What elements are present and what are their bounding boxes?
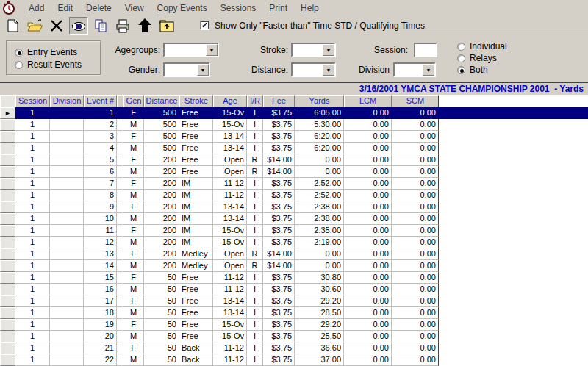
menu-print[interactable]: Print — [262, 1, 294, 15]
cell-stroke[interactable]: Free — [179, 119, 213, 131]
header-gen[interactable]: Gen — [123, 95, 144, 107]
cell-gen[interactable]: F — [123, 131, 144, 143]
cell-fee[interactable]: $3.75 — [263, 354, 295, 366]
cell-stroke[interactable]: Medley — [179, 248, 213, 260]
table-row[interactable]: ► 1 1 F 500 Free 15-Ov I $3.75 6:05.00 0… — [0, 107, 588, 119]
cell-yards[interactable]: 2:19.00 — [295, 237, 344, 248]
cell-gen[interactable]: M — [123, 166, 144, 178]
row-selector[interactable] — [0, 131, 15, 143]
cell-distance[interactable]: 50 — [144, 284, 179, 295]
cell-lcm[interactable]: 0.00 — [344, 131, 392, 143]
cell-stroke[interactable]: Free — [179, 107, 213, 119]
cell-ir[interactable]: R — [247, 154, 263, 166]
row-selector[interactable]: ► — [0, 107, 15, 119]
table-row[interactable]: 1 22 M 50 Back 11-12 I $3.75 37.00 0.00 … — [0, 354, 588, 366]
cell-session[interactable]: 1 — [15, 166, 50, 178]
header-session[interactable]: Session — [15, 95, 50, 107]
menu-sessions[interactable]: Sessions — [214, 1, 263, 15]
cell-event[interactable]: 14 — [84, 260, 117, 272]
cell-session[interactable]: 1 — [15, 225, 50, 237]
row-selector[interactable] — [0, 248, 15, 260]
table-row[interactable]: 1 6 M 200 Free Open R $14.00 0.00 0.00 0… — [0, 166, 588, 178]
cell-stroke[interactable]: Free — [179, 307, 213, 319]
cell-ir[interactable]: I — [247, 190, 263, 201]
cell-age[interactable]: 11-12 — [213, 190, 247, 201]
cell-distance[interactable]: 500 — [144, 107, 179, 119]
cell-gen[interactable]: F — [123, 107, 144, 119]
cell-lcm[interactable]: 0.00 — [344, 190, 392, 201]
cell-scm[interactable]: 0.00 — [392, 190, 439, 201]
row-selector[interactable] — [0, 260, 15, 272]
cell-scm[interactable]: 0.00 — [392, 166, 439, 178]
exit-folder-up-icon[interactable] — [157, 17, 176, 35]
table-row[interactable]: 1 8 M 200 IM 11-12 I $3.75 2:52.00 0.00 … — [0, 190, 588, 201]
cell-division[interactable] — [50, 295, 84, 307]
cell-yards[interactable]: 29.20 — [295, 319, 344, 331]
cell-event[interactable]: 1 — [84, 107, 117, 119]
row-selector[interactable] — [0, 166, 15, 178]
cell-gen[interactable]: F — [123, 201, 144, 213]
cell-session[interactable]: 1 — [15, 260, 50, 272]
cell-scm[interactable]: 0.00 — [392, 342, 439, 354]
cell-yards[interactable]: 30.60 — [295, 284, 344, 295]
cell-session[interactable]: 1 — [15, 143, 50, 154]
cell-event[interactable]: 15 — [84, 272, 117, 284]
header-stroke[interactable]: Stroke — [179, 95, 213, 107]
cell-lcm[interactable]: 0.00 — [344, 319, 392, 331]
cell-distance[interactable]: 500 — [144, 131, 179, 143]
cell-fee[interactable]: $3.75 — [263, 107, 295, 119]
cell-gen[interactable]: M — [123, 143, 144, 154]
cell-fee[interactable]: $14.00 — [263, 260, 295, 272]
table-row[interactable]: 1 16 M 50 Free 11-12 I $3.75 30.60 0.00 … — [0, 284, 588, 295]
cell-scm[interactable]: 0.00 — [392, 272, 439, 284]
cell-yards[interactable]: 6:20.00 — [295, 143, 344, 154]
cell-event[interactable]: 18 — [84, 307, 117, 319]
cell-scm[interactable]: 0.00 — [392, 307, 439, 319]
header-age[interactable]: Age — [213, 95, 247, 107]
cell-stroke[interactable]: Free — [179, 284, 213, 295]
cell-ir[interactable]: I — [247, 331, 263, 342]
row-selector[interactable] — [0, 143, 15, 154]
cell-event[interactable]: 8 — [84, 190, 117, 201]
cell-fee[interactable]: $3.75 — [263, 307, 295, 319]
table-row[interactable]: 1 3 F 500 Free 13-14 I $3.75 6:20.00 0.0… — [0, 131, 588, 143]
cell-distance[interactable]: 200 — [144, 237, 179, 248]
gender-value[interactable] — [165, 64, 197, 76]
cell-session[interactable]: 1 — [15, 154, 50, 166]
cell-gen[interactable]: M — [123, 354, 144, 366]
copy-icon[interactable] — [91, 17, 110, 35]
row-selector[interactable] — [0, 307, 15, 319]
cell-event[interactable]: 6 — [84, 166, 117, 178]
cell-session[interactable]: 1 — [15, 248, 50, 260]
table-row[interactable]: 1 5 F 200 Free Open R $14.00 0.00 0.00 0… — [0, 154, 588, 166]
cell-division[interactable] — [50, 319, 84, 331]
cell-fee[interactable]: $3.75 — [263, 225, 295, 237]
table-row[interactable]: 1 10 M 200 IM 13-14 I $3.75 2:38.00 0.00… — [0, 213, 588, 225]
cell-yards[interactable]: 25.50 — [295, 331, 344, 342]
cell-fee[interactable]: $3.75 — [263, 131, 295, 143]
cell-distance[interactable]: 50 — [144, 354, 179, 366]
division-value[interactable] — [395, 64, 423, 76]
cell-scm[interactable]: 0.00 — [392, 260, 439, 272]
cell-lcm[interactable]: 0.00 — [344, 272, 392, 284]
cell-lcm[interactable]: 0.00 — [344, 166, 392, 178]
cell-yards[interactable]: 6:05.00 — [295, 107, 344, 119]
cell-event[interactable]: 12 — [84, 237, 117, 248]
cell-lcm[interactable]: 0.00 — [344, 307, 392, 319]
cell-distance[interactable]: 200 — [144, 213, 179, 225]
cell-division[interactable] — [50, 354, 84, 366]
cell-fee[interactable]: $14.00 — [263, 166, 295, 178]
cell-lcm[interactable]: 0.00 — [344, 354, 392, 366]
cell-ir[interactable]: I — [247, 225, 263, 237]
cell-session[interactable]: 1 — [15, 295, 50, 307]
table-row[interactable]: 1 17 F 50 Free 13-14 I $3.75 29.20 0.00 … — [0, 295, 588, 307]
cell-age[interactable]: 15-Ov — [213, 319, 247, 331]
cell-age[interactable]: 13-14 — [213, 143, 247, 154]
cell-scm[interactable]: 0.00 — [392, 107, 439, 119]
cell-scm[interactable]: 0.00 — [392, 131, 439, 143]
cell-division[interactable] — [50, 166, 84, 178]
cell-yards[interactable]: 36.60 — [295, 342, 344, 354]
cell-yards[interactable]: 29.20 — [295, 295, 344, 307]
entry-events-radio-circle[interactable] — [15, 49, 23, 57]
cell-division[interactable] — [50, 201, 84, 213]
